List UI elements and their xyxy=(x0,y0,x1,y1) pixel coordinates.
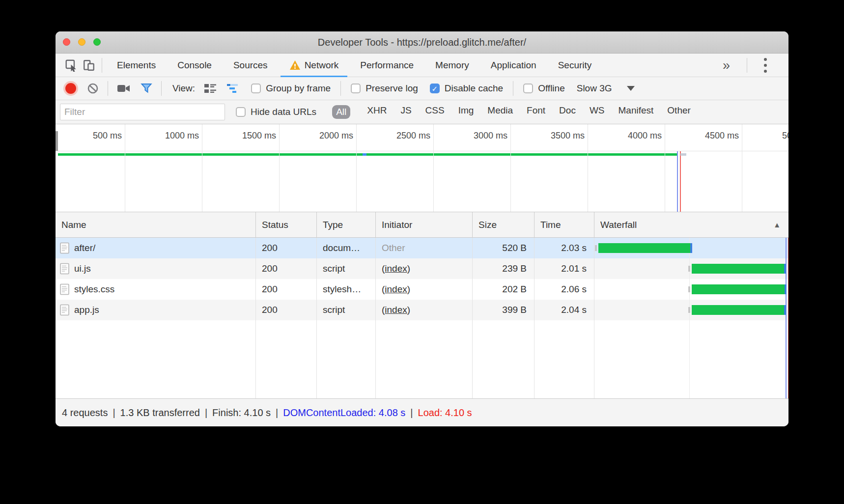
filter-chip-media[interactable]: Media xyxy=(487,105,513,119)
time-cell: 2.04 s xyxy=(535,300,594,320)
size-cell: 399 B xyxy=(473,300,535,320)
table-row[interactable]: after/200docum…Other520 B2.03 s xyxy=(56,238,788,258)
table-row[interactable]: ui.js200script(index)239 B2.01 s xyxy=(56,258,788,279)
filter-chip-img[interactable]: Img xyxy=(458,105,474,119)
divider xyxy=(161,81,162,96)
initiator-cell[interactable]: (index) xyxy=(376,300,473,320)
time-cell: 2.01 s xyxy=(535,258,594,279)
warning-icon xyxy=(289,60,301,70)
filter-icon[interactable] xyxy=(141,83,152,94)
document-icon xyxy=(60,242,69,254)
column-header-waterfall[interactable]: Waterfall▲ xyxy=(594,212,788,238)
show-overview-icon[interactable] xyxy=(226,83,240,94)
waterfall-bar[interactable] xyxy=(598,243,692,253)
tab-application[interactable]: Application xyxy=(480,54,547,77)
capture-screenshots-icon[interactable] xyxy=(117,84,131,93)
filter-chip-doc[interactable]: Doc xyxy=(559,105,576,119)
filter-chip-ws[interactable]: WS xyxy=(590,105,605,119)
initiator-cell: Other xyxy=(376,238,473,258)
type-cell: stylesh… xyxy=(317,279,376,300)
status-cell: 200 xyxy=(256,279,317,300)
tab-memory[interactable]: Memory xyxy=(424,54,480,77)
column-header-name[interactable]: Name xyxy=(56,212,256,238)
divider xyxy=(513,81,513,96)
filter-chip-font[interactable]: Font xyxy=(527,105,545,119)
chevron-down-icon xyxy=(627,86,635,91)
overview-marker-segment xyxy=(363,153,366,156)
initiator-cell[interactable]: (index) xyxy=(376,258,473,279)
checkbox[interactable] xyxy=(351,84,361,93)
main-menu-icon[interactable] xyxy=(751,58,780,73)
filter-chip-all[interactable]: All xyxy=(332,105,350,119)
zoom-button[interactable] xyxy=(93,38,101,46)
load-marker-line xyxy=(788,238,788,398)
clear-icon[interactable] xyxy=(87,83,99,94)
network-toolbar: View: Group by frame xyxy=(56,77,788,100)
filter-chip-js[interactable]: JS xyxy=(400,105,411,119)
request-name: after/ xyxy=(74,238,95,258)
summary-separator: | xyxy=(205,407,207,419)
table-row[interactable]: styles.css200stylesh…(index)202 B2.06 s xyxy=(56,279,788,300)
status-cell: 200 xyxy=(256,238,317,258)
hide-data-urls-checkbox[interactable]: Hide data URLs xyxy=(236,107,316,117)
device-toolbar-icon[interactable] xyxy=(80,56,98,74)
disable-cache-checkbox[interactable]: Disable cache xyxy=(430,83,503,94)
summary-item: Load: 4.10 s xyxy=(418,407,472,419)
checkbox[interactable] xyxy=(236,107,246,117)
record-button[interactable] xyxy=(65,83,76,94)
column-header-type[interactable]: Type xyxy=(317,212,376,238)
filter-chip-xhr[interactable]: XHR xyxy=(367,105,387,119)
summary-separator: | xyxy=(276,407,278,419)
preserve-log-checkbox[interactable]: Preserve log xyxy=(351,83,418,94)
throttling-select[interactable]: Slow 3G xyxy=(577,83,635,94)
table-row[interactable]: app.js200script(index)399 B2.04 s xyxy=(56,300,788,320)
time-cell: 2.06 s xyxy=(535,279,594,300)
checkbox[interactable] xyxy=(523,84,533,93)
divider xyxy=(340,81,341,96)
more-tabs-button[interactable]: » xyxy=(710,55,743,76)
tab-sources[interactable]: Sources xyxy=(223,54,279,77)
devtools-window: Developer Tools - https://preload.glitch… xyxy=(56,31,788,426)
close-button[interactable] xyxy=(63,38,70,46)
filter-input[interactable] xyxy=(60,104,225,120)
type-cell: script xyxy=(317,300,376,320)
tab-console[interactable]: Console xyxy=(167,54,223,77)
dcl-marker-line xyxy=(786,238,787,398)
divider xyxy=(108,81,108,96)
column-header-initiator[interactable]: Initiator xyxy=(376,212,473,238)
tab-elements[interactable]: Elements xyxy=(106,54,167,77)
large-rows-icon[interactable] xyxy=(204,83,217,94)
network-overview[interactable]: 500 ms1000 ms1500 ms2000 ms2500 ms3000 m… xyxy=(56,124,788,212)
filter-chip-manifest[interactable]: Manifest xyxy=(619,105,654,119)
traffic-lights xyxy=(63,38,101,46)
offline-checkbox[interactable]: Offline xyxy=(523,83,565,94)
tab-label: Network xyxy=(305,60,339,71)
waterfall-bar[interactable] xyxy=(692,264,786,274)
size-cell: 520 B xyxy=(473,238,535,258)
group-by-frame-checkbox[interactable]: Group by frame xyxy=(251,83,331,94)
name-cell: app.js xyxy=(56,300,256,320)
filter-chip-other[interactable]: Other xyxy=(667,105,691,119)
size-cell: 239 B xyxy=(473,258,535,279)
filter-chip-css[interactable]: CSS xyxy=(425,105,445,119)
checkbox[interactable] xyxy=(430,84,440,93)
column-header-size[interactable]: Size xyxy=(473,212,535,238)
summary-bar: 4 requests|1.3 KB transferred|Finish: 4.… xyxy=(56,398,788,426)
inspect-element-icon[interactable] xyxy=(62,56,80,74)
timeline-tick-label: 5000 ms xyxy=(718,131,788,141)
tab-performance[interactable]: Performance xyxy=(349,54,424,77)
waterfall-queue-tick xyxy=(688,286,690,292)
waterfall-bar[interactable] xyxy=(692,284,787,294)
tab-security[interactable]: Security xyxy=(547,54,603,77)
checkbox[interactable] xyxy=(251,84,261,93)
tab-label: Performance xyxy=(360,60,414,71)
divider xyxy=(747,58,747,73)
tab-label: Security xyxy=(558,60,592,71)
tab-network[interactable]: Network xyxy=(279,54,350,77)
column-header-status[interactable]: Status xyxy=(256,212,317,238)
minimize-button[interactable] xyxy=(78,38,85,46)
column-header-time[interactable]: Time xyxy=(535,212,594,238)
initiator-cell[interactable]: (index) xyxy=(376,279,473,300)
waterfall-bar[interactable] xyxy=(692,305,786,315)
load-marker-line xyxy=(680,151,681,212)
